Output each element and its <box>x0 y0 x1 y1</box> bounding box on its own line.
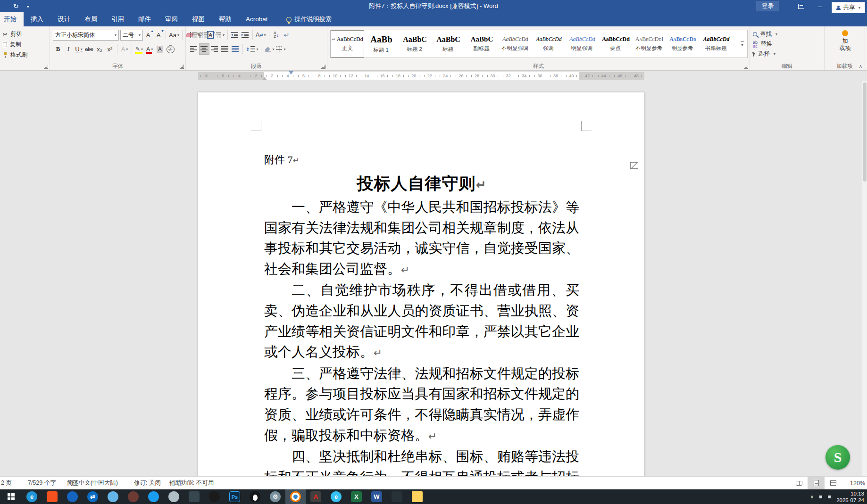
ribbon-tab[interactable]: 开始 <box>0 12 24 26</box>
redo-icon[interactable]: ↻ <box>13 2 19 10</box>
taskbar-app-icon-word[interactable]: W <box>367 489 387 504</box>
underline-button[interactable]: U▾ <box>74 43 84 55</box>
taskbar-app-icon-excel[interactable]: X <box>346 489 367 504</box>
style-item[interactable]: ↵AaBbCcDd 正文 <box>331 30 364 58</box>
taskbar-app-icon-app-black[interactable] <box>204 489 225 504</box>
ribbon-display-options-button[interactable] <box>792 0 810 12</box>
text-effects-button[interactable]: A▾ <box>119 43 130 55</box>
floating-assistant-icon[interactable]: S <box>825 445 850 470</box>
show-formatting-marks-button[interactable]: ↵ <box>282 29 292 41</box>
tray-icon[interactable] <box>828 496 831 498</box>
styles-dialog-launcher[interactable] <box>744 65 748 69</box>
distribute-button[interactable] <box>230 43 241 55</box>
font-color-button[interactable]: A▾ <box>144 43 155 55</box>
format-painter-button[interactable]: 格式刷 <box>3 51 48 59</box>
page-indicator[interactable]: 2 页 <box>1 479 12 487</box>
clipboard-dialog-launcher[interactable] <box>44 65 48 69</box>
style-item[interactable]: AaBbC 标题 2 <box>398 30 431 58</box>
start-button[interactable] <box>0 489 22 504</box>
track-changes-indicator[interactable]: 修订: 关闭 <box>134 479 161 487</box>
taskbar-app-icon-app-navy[interactable] <box>184 489 204 504</box>
taskbar-app-icon-app-orange[interactable] <box>42 489 62 504</box>
taskbar-app-icon-remote-control[interactable]: ⇄ <box>83 489 103 504</box>
shrink-font-button[interactable]: A▼ <box>153 29 164 41</box>
style-item[interactable]: AaBb 标题 1 <box>364 30 398 58</box>
taskbar-app-icon-app-gear[interactable]: ⚙ <box>265 489 285 504</box>
ribbon-tab[interactable]: 布局 <box>77 12 104 26</box>
find-button[interactable]: 查找▾ <box>753 29 822 39</box>
word-count[interactable]: 7/529 个字 <box>28 479 56 487</box>
style-item[interactable]: AaBbCcDd 明显强调 <box>565 30 599 58</box>
character-shading-button[interactable]: A <box>155 43 165 55</box>
customize-qat-icon[interactable]: ▾ <box>26 5 30 8</box>
ribbon-tab[interactable]: 引用 <box>104 12 131 26</box>
taskbar-app-icon-acrobat[interactable]: A <box>306 489 326 504</box>
align-left-button[interactable] <box>189 43 199 55</box>
ribbon-tab[interactable]: 邮件 <box>131 12 158 26</box>
taskbar-app-icon-app-darkred[interactable] <box>123 489 143 504</box>
paragraph-dialog-launcher[interactable] <box>321 65 325 69</box>
minimize-button[interactable]: – <box>810 0 829 12</box>
highlight-button[interactable]: ✎▾ <box>134 43 144 55</box>
change-case-button[interactable]: Aa▾ <box>168 29 180 41</box>
addins-button[interactable]: 加载项 <box>840 30 851 52</box>
share-button[interactable]: 共享 ▾ <box>832 2 865 13</box>
sign-in-button[interactable]: 登录 <box>756 1 779 11</box>
taskbar-app-icon-qq[interactable] <box>245 489 265 504</box>
web-layout-button[interactable] <box>825 477 842 489</box>
collapse-ribbon-icon[interactable]: ∧ <box>859 64 862 69</box>
tray-expand-icon[interactable]: ∧ <box>810 494 814 499</box>
styles-gallery-more-button[interactable]: ▾ <box>737 30 748 58</box>
print-layout-button[interactable] <box>808 477 825 489</box>
taskbar-clock[interactable]: 10:13 2025-07-24 <box>836 490 864 504</box>
taskbar-app-icon-browser-blue[interactable]: e <box>22 489 42 504</box>
shading-button[interactable]: ▾ <box>263 43 275 55</box>
align-right-button[interactable] <box>209 43 220 55</box>
font-size-combobox[interactable]: 二号▾ <box>120 30 143 41</box>
ribbon-tab[interactable]: 帮助 <box>212 12 239 26</box>
ribbon-tab[interactable]: Acrobat <box>239 12 275 26</box>
select-button[interactable]: 选择▾ <box>753 49 822 59</box>
style-item[interactable]: AaBbCcDdI 不明显参考 <box>632 30 666 58</box>
style-item[interactable]: AaBbCcDd 明显参考 <box>666 30 699 58</box>
increase-indent-button[interactable] <box>240 29 250 41</box>
document-content[interactable]: 附件 7↵ 投标人自律守则↵ 一、严格遵守《中华人民共和国招标投标法》等国家有关… <box>264 153 579 476</box>
first-line-indent-marker[interactable] <box>289 71 293 74</box>
proofing-icon[interactable] <box>72 480 78 486</box>
ribbon-tab[interactable]: 视图 <box>185 12 212 26</box>
taskbar-app-icon-app-lightblue[interactable] <box>103 489 123 504</box>
taskbar-app-icon-browser-360[interactable] <box>285 489 306 504</box>
borders-button[interactable]: ▾ <box>275 43 286 55</box>
taskbar-app-icon-folder[interactable] <box>407 489 427 504</box>
taskbar-app-icon-app-blue[interactable] <box>62 489 83 504</box>
decrease-indent-button[interactable] <box>230 29 240 41</box>
strikethrough-button[interactable]: abc <box>84 43 94 55</box>
taskbar-app-icon-app-gray[interactable] <box>164 489 184 504</box>
font-dialog-launcher[interactable] <box>180 65 184 69</box>
bold-button[interactable]: B <box>53 43 63 55</box>
vertical-scrollbar[interactable] <box>862 81 867 476</box>
read-mode-button[interactable] <box>791 477 808 489</box>
multilevel-list-button[interactable]: ▾ <box>213 29 225 41</box>
ribbon-tab[interactable]: 审阅 <box>158 12 185 26</box>
ribbon-tab[interactable]: 设计 <box>50 12 77 26</box>
align-center-button[interactable] <box>199 43 209 55</box>
justify-button[interactable] <box>220 43 230 55</box>
bullet-list-button[interactable]: ▾ <box>189 29 201 41</box>
numbered-list-button[interactable]: ▾ <box>201 29 213 41</box>
superscript-button[interactable]: x² <box>105 43 115 55</box>
style-item[interactable]: AaBbC 标题 <box>431 30 465 58</box>
subscript-button[interactable]: x₂ <box>94 43 105 55</box>
taskbar-app-icon-app-skyblue[interactable] <box>143 489 164 504</box>
style-item[interactable]: AaBbCcDd 不明显强调 <box>498 30 532 58</box>
sort-button[interactable]: AZ↓ <box>271 29 282 41</box>
replace-button[interactable]: abac替换 <box>753 39 822 49</box>
zoom-level[interactable]: 120% <box>850 480 865 487</box>
style-item[interactable]: AaBbC 副标题 <box>465 30 498 58</box>
style-item[interactable]: AaBbCcDd 书籍标题 <box>699 30 733 58</box>
ribbon-tab[interactable]: 插入 <box>24 12 50 26</box>
document-page[interactable]: 附件 7↵ 投标人自律守则↵ 一、严格遵守《中华人民共和国招标投标法》等国家有关… <box>198 92 644 476</box>
grow-font-button[interactable]: A▲ <box>143 29 153 41</box>
hanging-indent-marker[interactable] <box>262 77 267 80</box>
taskbar-app-icon-app-darktile[interactable] <box>387 489 407 504</box>
